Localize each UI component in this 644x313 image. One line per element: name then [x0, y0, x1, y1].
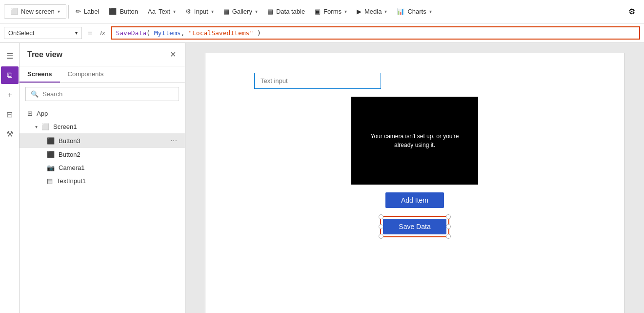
textinput1-label: TextInput1: [57, 177, 86, 185]
input-chevron: ▾: [211, 9, 214, 14]
tree-item-app[interactable]: ⊞ App: [20, 107, 185, 120]
equals-sign: =: [86, 29, 94, 38]
datatable-tool[interactable]: ▤ Data table: [262, 5, 310, 18]
gallery-icon: ▦: [223, 8, 229, 15]
button2-label: Button2: [59, 151, 80, 158]
text-tool[interactable]: Aa Text ▾: [143, 5, 181, 18]
screen1-label: Screen1: [53, 123, 77, 130]
save-data-button[interactable]: Save Data: [383, 219, 446, 234]
formula-function: SaveData: [116, 29, 146, 37]
tree-item-camera1[interactable]: 📷 Camera1: [20, 161, 185, 174]
tree-item-button3[interactable]: ⬛ Button3 ···: [20, 133, 185, 148]
new-screen-label: New screen: [21, 8, 55, 15]
label-tool[interactable]: ✏ Label: [71, 5, 104, 18]
forms-icon: ▣: [315, 8, 321, 15]
search-icon: 🔍: [31, 90, 39, 98]
canvas-frame: Your camera isn't set up, or you're alre…: [205, 53, 624, 313]
canvas-area: Your camera isn't set up, or you're alre…: [185, 43, 644, 313]
add-icon[interactable]: ＋: [1, 86, 19, 104]
property-label: OnSelect: [8, 29, 34, 37]
toolbar: ⬜ New screen ▾ ✏ Label ⬛ Button Aa Text …: [0, 0, 644, 23]
gallery-chevron: ▾: [255, 9, 258, 14]
main-layout: ☰ ⧉ ＋ ⊟ ⚒ Tree view ✕ Screens Components…: [0, 43, 644, 313]
tree-item-screen1[interactable]: ▾ ⬜ Screen1: [20, 120, 185, 133]
formula-bar: OnSelect ▾ = fx SaveData( MyItems, "Loca…: [0, 23, 644, 43]
toolbar-divider-1: [68, 5, 69, 19]
media-chevron: ▾: [384, 9, 387, 14]
media-tool[interactable]: ▶ Media ▾: [352, 5, 392, 18]
tree-item-textinput1[interactable]: ▤ TextInput1: [20, 174, 185, 188]
button-icon: ⬛: [109, 8, 117, 15]
charts-tool[interactable]: 📊 Charts ▾: [392, 5, 436, 18]
handle-top-left[interactable]: [379, 214, 383, 219]
forms-tool[interactable]: ▣ Forms ▾: [310, 5, 352, 18]
text-input-element[interactable]: [254, 73, 381, 89]
save-data-selection-frame: Save Data: [380, 216, 449, 237]
tree-tabs: Screens Components: [20, 66, 185, 83]
input-icon: ⚙: [185, 8, 191, 15]
add-item-button[interactable]: Add Item: [385, 192, 444, 208]
camera-icon: 📷: [47, 164, 55, 171]
property-select[interactable]: OnSelect ▾: [4, 27, 82, 39]
gallery-tool[interactable]: ▦ Gallery ▾: [219, 5, 262, 18]
new-screen-button[interactable]: ⬜ New screen ▾: [4, 4, 66, 19]
handle-bottom-right[interactable]: [446, 234, 451, 239]
charts-icon: 📊: [397, 8, 404, 15]
sidebar-icons: ☰ ⧉ ＋ ⊟ ⚒: [0, 43, 20, 313]
button2-icon: ⬛: [47, 151, 55, 158]
handle-middle-right[interactable]: [446, 224, 451, 229]
layers-icon[interactable]: ⧉: [1, 66, 19, 84]
tree-search-box: 🔍: [25, 87, 179, 101]
button3-icon: ⬛: [47, 137, 55, 145]
camera-element: Your camera isn't set up, or you're alre…: [351, 97, 478, 185]
tree-header: Tree view ✕: [20, 43, 185, 66]
tab-components[interactable]: Components: [60, 66, 112, 83]
settings-button[interactable]: ⚙: [624, 4, 640, 19]
textinput-icon: ▤: [47, 177, 53, 185]
button-tool[interactable]: ⬛ Button: [104, 5, 143, 18]
input-tool[interactable]: ⚙ Input ▾: [181, 5, 219, 18]
app-icon: ⊞: [27, 110, 33, 117]
media-icon: ▶: [357, 8, 362, 15]
new-screen-chevron: ▾: [58, 9, 60, 14]
property-chevron: ▾: [75, 30, 78, 36]
datatable-icon: ▤: [267, 8, 273, 15]
text-icon: Aa: [148, 8, 156, 15]
tree-close-button[interactable]: ✕: [169, 49, 177, 60]
fx-label: fx: [98, 29, 107, 37]
handle-top-right[interactable]: [446, 214, 451, 219]
toolbar-right: ⚙: [624, 4, 640, 19]
camera-message: Your camera isn't set up, or you're alre…: [366, 132, 463, 149]
charts-chevron: ▾: [429, 9, 432, 14]
tab-screens[interactable]: Screens: [20, 66, 60, 83]
button3-label: Button3: [59, 137, 80, 145]
tools-icon[interactable]: ⚒: [1, 125, 19, 143]
new-screen-icon: ⬜: [10, 8, 18, 15]
forms-chevron: ▾: [344, 9, 347, 14]
text-chevron: ▾: [173, 9, 176, 14]
expand-icon: ▾: [35, 124, 38, 129]
formula-input[interactable]: SaveData( MyItems, "LocalSavedItems" ): [111, 26, 640, 40]
camera1-label: Camera1: [59, 164, 84, 171]
tree-panel: Tree view ✕ Screens Components 🔍 ⊞ App ▾…: [20, 43, 185, 313]
app-label: App: [37, 110, 48, 117]
more-options-button[interactable]: ···: [171, 136, 177, 145]
screen1-icon: ⬜: [41, 123, 49, 130]
handle-bottom-left[interactable]: [379, 234, 383, 239]
tree-item-button2[interactable]: ⬛ Button2: [20, 148, 185, 161]
hamburger-menu-icon[interactable]: ☰: [1, 47, 19, 64]
tree-items: ⊞ App ▾ ⬜ Screen1 ⬛ Button3 ··· ⬛ Button…: [20, 105, 185, 189]
data-icon[interactable]: ⊟: [1, 105, 19, 123]
label-icon: ✏: [76, 8, 81, 15]
search-input[interactable]: [42, 90, 174, 98]
tree-title: Tree view: [27, 50, 62, 59]
